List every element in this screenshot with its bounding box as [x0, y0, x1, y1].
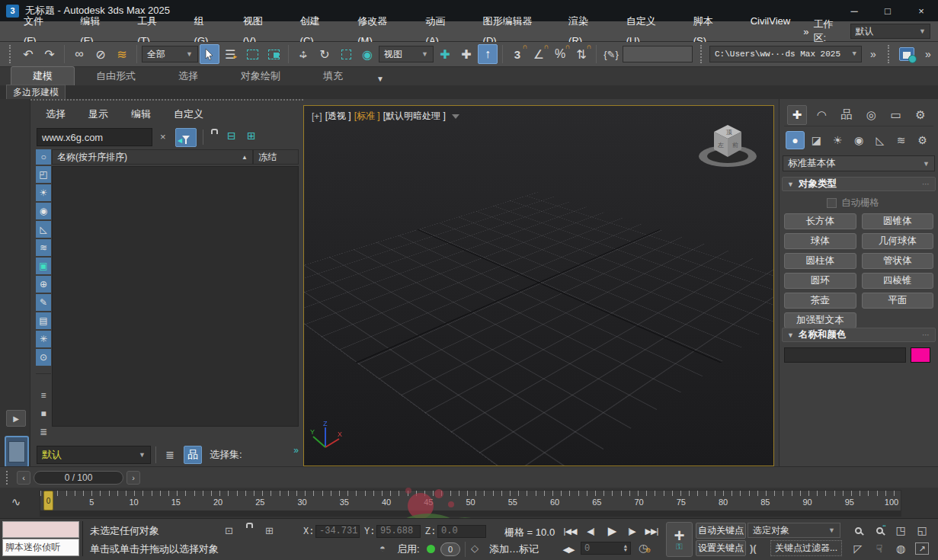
primitive-button[interactable]: 加强型文本 [784, 312, 856, 328]
display-spacewarps-icon[interactable]: ≋ [36, 239, 51, 256]
scene-object-list[interactable] [52, 166, 299, 427]
lights-category-icon[interactable]: ☀ [828, 131, 847, 149]
zoom-all-icon[interactable] [870, 522, 888, 539]
bind-spacewarp-icon[interactable]: ≋ [112, 44, 132, 64]
goto-end-button[interactable]: ▶▶| [642, 523, 661, 539]
display-helpers-icon[interactable]: ◺ [36, 221, 51, 238]
ribbon-tab-selection[interactable]: 选择 [157, 67, 219, 85]
primitive-button[interactable]: 茶壶 [784, 293, 856, 309]
select-move-button[interactable]: ↔ ↕ [293, 44, 313, 64]
select-scale-button[interactable] [336, 44, 356, 64]
current-frame-field[interactable]: 0 ▲▼ [581, 542, 631, 555]
select-by-name-button[interactable]: ☰▸ [221, 44, 241, 64]
unlink-icon[interactable]: ⊘ [91, 44, 110, 64]
display-lights-icon[interactable]: ☀ [36, 184, 51, 201]
object-type-rollout-header[interactable]: ▼ 对象类型 ⋯ [782, 177, 936, 191]
workspace-dropdown[interactable]: 默认 ▼ [850, 24, 930, 39]
primitive-button[interactable]: 圆锥体 [862, 213, 934, 229]
display-hidden-icon[interactable]: ⊙ [36, 349, 51, 366]
primitive-button[interactable]: 几何球体 [862, 233, 934, 249]
set-keys-button[interactable]: + ⚿ [666, 522, 693, 557]
selection-filter-dropdown[interactable]: 全部 ▼ [142, 46, 198, 62]
primitive-button[interactable]: 管状体 [862, 253, 934, 269]
viewport-menu-pov[interactable]: [透视 ] [325, 110, 351, 123]
add-marker-text[interactable]: 添加…标记 [489, 542, 539, 556]
polygon-modeling-panel-button[interactable]: 多边形建模 [6, 85, 66, 101]
select-place-button[interactable]: ◉ [357, 44, 377, 64]
y-coord-field[interactable]: 95.688 [376, 525, 421, 538]
object-name-input[interactable] [784, 347, 906, 363]
prev-frame-arrow[interactable]: ‹ [17, 471, 30, 485]
geometry-category-icon[interactable]: ● [786, 131, 805, 149]
selection-region-button[interactable] [242, 44, 262, 64]
ribbon-tab-modeling[interactable]: 建模 [11, 66, 75, 85]
helpers-category-icon[interactable]: ◺ [870, 131, 889, 149]
primitive-button[interactable]: 球体 [784, 233, 856, 249]
select-manipulate-button[interactable]: ✚ [456, 44, 476, 64]
redo-icon[interactable]: ↷ [40, 44, 59, 64]
solid-view-icon[interactable]: ■ [36, 405, 51, 422]
primitive-category-dropdown[interactable]: 标准基本体 ▼ [783, 155, 935, 171]
ribbon-tab-freeform[interactable]: 自由形式 [75, 67, 157, 85]
explorer-menu-item[interactable]: 选择 [46, 107, 66, 121]
primitive-button[interactable]: 长方体 [784, 213, 856, 229]
autogrid-checkbox[interactable] [827, 198, 837, 208]
key-tangent-icon[interactable]: )( [750, 542, 757, 554]
explorer-menu-item[interactable]: 编辑 [131, 107, 151, 121]
explorer-menu-item[interactable]: 显示 [88, 107, 108, 121]
cameras-category-icon[interactable]: ◉ [849, 131, 868, 149]
prev-frame-button[interactable]: ◀| [582, 523, 599, 539]
list-view-icon[interactable]: ≡ [36, 387, 51, 404]
explorer-menu-item[interactable]: 自定义 [174, 107, 203, 121]
hierarchy-mode-icon[interactable]: 品 [184, 446, 202, 464]
primitive-button[interactable]: 圆环 [784, 273, 856, 289]
view-cube[interactable]: 顶 左 前 [693, 115, 763, 176]
explorer-search-input[interactable] [37, 128, 152, 146]
timeline-ruler[interactable]: 0510152025303540455055606570758085909510… [40, 490, 901, 511]
use-center-button[interactable]: ✚ [435, 44, 455, 64]
absolute-offset-icon[interactable]: ⊞ [265, 525, 274, 536]
key-filters-button[interactable]: 关键点过滤器... [770, 540, 842, 556]
ribbon-tab-object-paint[interactable]: 对象绘制 [219, 67, 302, 85]
cube-marker-icon[interactable]: ◇ [471, 542, 479, 554]
play-button[interactable]: ▶ [602, 523, 622, 539]
hierarchy-tab-icon[interactable]: 品 [837, 105, 856, 125]
goto-start-button[interactable]: |◀◀ [561, 523, 579, 539]
toolbar-overflow2-icon[interactable]: » [918, 44, 938, 64]
toolbar-grip[interactable] [9, 45, 12, 63]
zero-badge-button[interactable]: 0 [440, 542, 460, 556]
detail-view-icon[interactable]: ≣ [36, 424, 51, 440]
zoom-icon[interactable] [849, 522, 867, 539]
select-object-button[interactable] [200, 44, 219, 64]
viewport-layout-tab-button[interactable] [5, 436, 29, 468]
clear-search-icon[interactable]: × [160, 131, 166, 142]
maxscript-listener-input[interactable]: 脚本迷你侦听 [2, 539, 79, 556]
pan-icon[interactable]: ☟ [870, 540, 888, 557]
named-sets-button[interactable]: {✎} [601, 44, 621, 64]
menu-overflow-icon[interactable]: » [803, 26, 807, 37]
shield-toggle-icon[interactable]: ◓ [379, 542, 386, 554]
window-crossing-button[interactable] [264, 44, 283, 64]
display-containers-icon[interactable]: ▤ [36, 312, 51, 329]
frozen-column-header[interactable]: 冻结 [253, 149, 299, 165]
display-geometry-icon[interactable]: ○ [36, 149, 51, 165]
zoom-extents-icon[interactable]: ◳ [892, 522, 910, 539]
explorer-overflow-icon[interactable]: » [293, 445, 299, 456]
display-bones-icon[interactable]: ✎ [36, 294, 51, 311]
autobackup-save-icon[interactable] [897, 44, 917, 64]
primitive-button[interactable]: 平面 [862, 293, 934, 309]
display-cameras-icon[interactable]: ◉ [36, 203, 51, 219]
select-rotate-button[interactable]: ↻ [315, 44, 335, 64]
next-frame-arrow[interactable]: › [126, 471, 140, 485]
isolate-selection-icon[interactable]: ⊡ [225, 525, 233, 536]
ref-coord-dropdown[interactable]: 视图 ▼ [379, 46, 434, 62]
shapes-category-icon[interactable]: ◪ [807, 131, 826, 149]
ribbon-minimize-icon[interactable]: ▼ [372, 72, 389, 85]
filter-button[interactable]: ◀ [175, 128, 197, 147]
next-frame-button[interactable]: |▶ [623, 523, 640, 539]
angle-snap-button[interactable]: ∠∩ [529, 44, 549, 64]
maxscript-listener-pink[interactable] [2, 521, 79, 538]
key-selection-dropdown[interactable]: 选定对象 ▼ [748, 523, 840, 538]
display-xrefs-icon[interactable]: ⊕ [36, 276, 51, 293]
object-color-swatch[interactable] [911, 347, 930, 363]
